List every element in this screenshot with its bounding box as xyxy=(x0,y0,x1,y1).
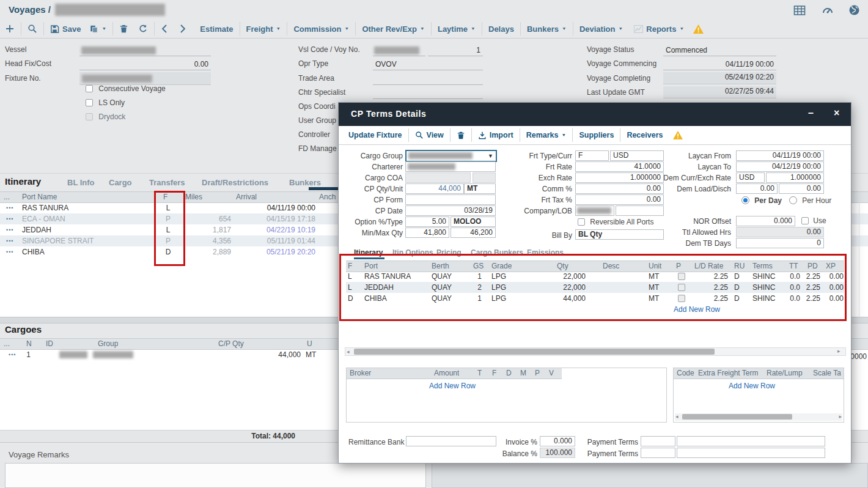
col-rate-lump[interactable]: Rate/Lump xyxy=(767,368,803,379)
search-button[interactable] xyxy=(28,24,37,34)
reports-menu[interactable]: Reports▼ xyxy=(634,24,684,34)
laytime-menu[interactable]: Laytime▼ xyxy=(438,24,476,34)
fixture-no-field[interactable] xyxy=(79,72,211,85)
modal-tab-pricing[interactable]: Pricing xyxy=(436,248,462,257)
warning-icon[interactable] xyxy=(672,130,683,140)
col-port[interactable]: Port xyxy=(364,261,378,272)
option-pct-field[interactable]: 5.00 xyxy=(405,216,449,227)
max-qty-field[interactable]: 46,200 xyxy=(451,227,496,238)
view-button[interactable]: View xyxy=(415,131,444,139)
col-amount[interactable]: Amount xyxy=(434,368,459,379)
trade-area-field[interactable] xyxy=(373,74,483,85)
delays-button[interactable]: Delays xyxy=(488,24,514,34)
broker-add-new-row-link[interactable]: Add New Row xyxy=(429,382,476,390)
row-menu-icon[interactable]: ••• xyxy=(6,213,13,224)
suppliers-button[interactable]: Suppliers xyxy=(579,131,614,139)
dem-tb-days-field[interactable]: 0 xyxy=(736,238,824,248)
col-t[interactable]: T xyxy=(477,368,482,379)
col-arrival[interactable]: Arrival xyxy=(236,192,257,202)
p-checkbox[interactable] xyxy=(678,295,685,302)
col-code[interactable]: Code xyxy=(677,368,694,379)
modal-title-bar[interactable]: CP Terms Details – × xyxy=(339,103,851,126)
col-group[interactable]: Group xyxy=(98,339,118,349)
charterer-field[interactable] xyxy=(405,161,496,172)
cp-qty-field[interactable]: 44,000 xyxy=(405,183,464,194)
option-type-field[interactable]: MOLOO xyxy=(451,216,496,227)
modal-grid-row[interactable]: D CHIBA QUAY 1 LPG 44,000 MT 2.25 D SHIN… xyxy=(346,293,844,304)
col-p[interactable]: P xyxy=(676,261,681,272)
update-fixture-button[interactable]: Update Fixture xyxy=(348,131,402,139)
payment-terms-code-input-2[interactable] xyxy=(641,448,675,458)
modal-tab-emissions[interactable]: Emissions xyxy=(527,248,564,257)
minimize-icon[interactable]: – xyxy=(808,108,814,119)
modal-grid-row[interactable]: L RAS TANURA QUAY 1 LPG 22,000 MT 2.25 D… xyxy=(346,271,844,282)
nor-offset-field[interactable]: 0.000 xyxy=(736,216,795,226)
grid-view-icon[interactable] xyxy=(793,5,806,16)
modal-tab-itin-options[interactable]: Itin Options xyxy=(392,248,433,257)
extra-grid-h-scrollbar[interactable]: ◂ ▸ xyxy=(675,413,842,421)
other-rev-exp-menu[interactable]: Other Rev/Exp▼ xyxy=(362,24,425,34)
ls-only-checkbox[interactable]: LS Only xyxy=(86,98,125,108)
col-berth[interactable]: Berth xyxy=(432,261,449,272)
invoice-pct-input[interactable]: 0.000 xyxy=(540,436,575,446)
extra-add-new-row-link[interactable]: Add New Row xyxy=(729,382,775,390)
cp-qty-unit-field[interactable]: MT xyxy=(464,183,496,194)
per-hour-radio[interactable]: Per Hour xyxy=(789,196,831,206)
cp-form-field[interactable] xyxy=(405,194,496,205)
gauge-icon[interactable] xyxy=(822,5,834,16)
dem-curr-field[interactable]: USD xyxy=(736,172,765,183)
lob-field[interactable] xyxy=(616,205,664,216)
col-ru[interactable]: RU xyxy=(734,261,745,272)
opr-type-field[interactable]: OVOV xyxy=(373,59,483,70)
modal-tab-itinerary[interactable]: Itinerary xyxy=(354,248,383,257)
delete-button[interactable] xyxy=(119,24,128,34)
remarks-menu[interactable]: Remarks▼ xyxy=(526,131,567,139)
commission-menu[interactable]: Commission▼ xyxy=(293,24,349,34)
row-menu-icon[interactable]: ••• xyxy=(9,349,16,360)
receivers-button[interactable]: Receivers xyxy=(627,131,663,139)
scroll-right-icon[interactable]: ▸ xyxy=(837,348,840,354)
use-checkbox[interactable]: Use xyxy=(801,216,826,226)
row-menu-icon[interactable]: ••• xyxy=(6,224,13,235)
col-n[interactable]: N xyxy=(26,339,32,349)
modal-tab-cargo-bunkers[interactable]: Cargo Bunkers xyxy=(471,248,523,257)
row-menu-icon[interactable]: ••• xyxy=(6,235,13,246)
new-button[interactable] xyxy=(5,24,15,34)
col-f[interactable]: F xyxy=(348,261,352,272)
col-v[interactable]: V xyxy=(549,368,554,379)
col-miles[interactable]: Miles xyxy=(185,192,202,202)
payment-terms-input-1[interactable] xyxy=(677,436,825,446)
col-qty[interactable]: Qty xyxy=(557,261,568,272)
vessel-field[interactable] xyxy=(79,45,211,56)
voy-no-field[interactable]: 1 xyxy=(428,45,483,56)
col-port-name[interactable]: Port Name xyxy=(22,192,57,202)
cp-date-field[interactable]: 03/28/19 xyxy=(405,205,496,216)
modal-h-scrollbar[interactable]: ◂ xyxy=(345,347,846,356)
frt-type-field[interactable]: F xyxy=(575,150,609,161)
col-tt[interactable]: TT xyxy=(789,261,798,272)
tab-transfers[interactable]: Transfers xyxy=(149,178,185,187)
laycan-to-field[interactable]: 04/12/19 00:00 xyxy=(736,161,824,172)
col-unit[interactable]: Unit xyxy=(649,261,661,272)
col-p[interactable]: P xyxy=(535,368,540,379)
voyage-commencing-field[interactable]: 04/11/19 00:00 xyxy=(663,59,776,70)
col-broker[interactable]: Broker xyxy=(350,368,371,379)
dem-exch-field[interactable]: 1.000000 xyxy=(766,172,824,183)
dem-load-field[interactable]: 0.00 xyxy=(736,183,778,194)
col-anch[interactable]: Anch I xyxy=(319,192,340,202)
modal-grid-row[interactable]: L JEDDAH QUAY 2 LPG 22,000 MT 2.25 D SHI… xyxy=(346,282,844,293)
dem-disch-field[interactable]: 0.00 xyxy=(779,183,824,194)
copy-menu-button[interactable]: ▼ xyxy=(89,24,106,34)
frt-tax-field[interactable]: 0.00 xyxy=(575,194,664,205)
col-desc[interactable]: Desc xyxy=(603,261,619,272)
tab-draft-restrictions[interactable]: Draft/Restrictions xyxy=(202,178,268,187)
col-scale-table[interactable]: Scale Ta xyxy=(813,368,841,379)
payment-terms-input-2[interactable] xyxy=(677,448,825,458)
col-unit[interactable]: U xyxy=(307,339,312,349)
col-pd[interactable]: PD xyxy=(807,261,818,272)
tab-bunkers[interactable]: Bunkers xyxy=(289,178,321,187)
refresh-button[interactable] xyxy=(138,24,148,34)
col-extra-freight-term[interactable]: Extra Freight Term xyxy=(698,368,758,379)
chtr-specialist-field[interactable] xyxy=(373,88,483,99)
delete-button[interactable] xyxy=(457,131,465,140)
